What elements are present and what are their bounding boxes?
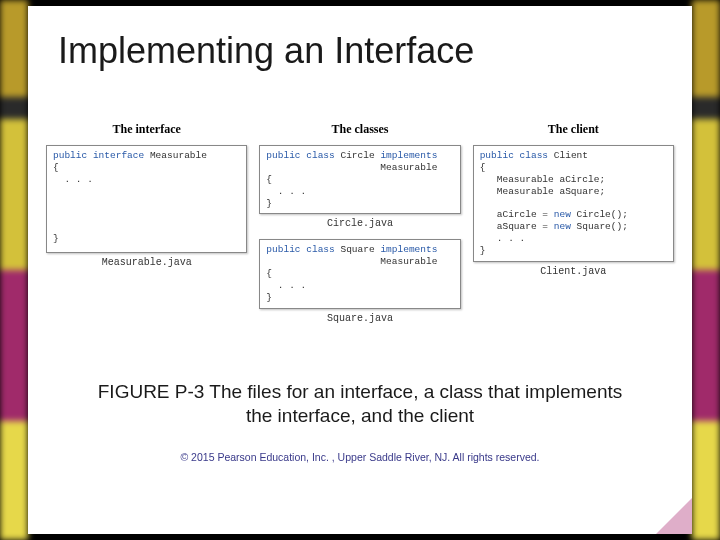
decorative-stripe-right — [692, 0, 720, 540]
column-client: The client public class Client { Measura… — [473, 122, 674, 334]
slide-title: Implementing an Interface — [28, 6, 692, 72]
column-header-interface: The interface — [113, 122, 181, 137]
filename-client: Client.java — [540, 266, 606, 277]
page-curl-icon — [656, 498, 692, 534]
column-header-client: The client — [548, 122, 599, 137]
code-box-client: public class Client { Measurable aCircle… — [473, 145, 674, 262]
code-box-measurable: public interface Measurable { . . . } — [46, 145, 247, 253]
slide: Implementing an Interface The interface … — [28, 6, 692, 534]
figure-area: The interface public interface Measurabl… — [46, 122, 674, 334]
column-classes: The classes public class Circle implemen… — [259, 122, 460, 334]
column-interface: The interface public interface Measurabl… — [46, 122, 247, 334]
filename-square: Square.java — [327, 313, 393, 324]
figure-caption: FIGURE P-3 The files for an interface, a… — [88, 380, 632, 429]
decorative-stripe-left — [0, 0, 28, 540]
code-box-circle: public class Circle implements Measurabl… — [259, 145, 460, 214]
copyright-text: © 2015 Pearson Education, Inc. , Upper S… — [28, 451, 692, 463]
filename-measurable: Measurable.java — [102, 257, 192, 268]
code-box-square: public class Square implements Measurabl… — [259, 239, 460, 308]
column-header-classes: The classes — [331, 122, 388, 137]
filename-circle: Circle.java — [327, 218, 393, 229]
